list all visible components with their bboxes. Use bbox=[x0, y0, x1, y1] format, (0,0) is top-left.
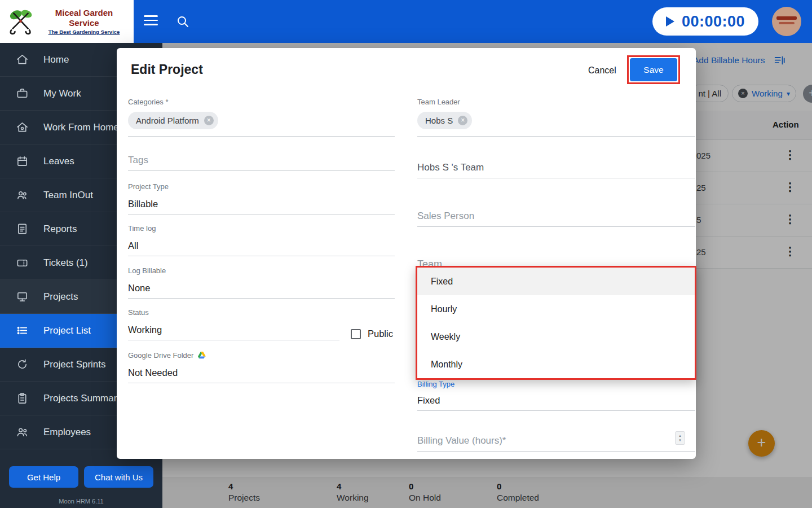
sidebar-item-label: My Work bbox=[43, 88, 81, 99]
public-checkbox[interactable] bbox=[351, 329, 361, 339]
sprint-icon bbox=[16, 358, 29, 371]
cancel-button[interactable]: Cancel bbox=[588, 65, 616, 76]
annotation-save-highlight: Save bbox=[627, 55, 680, 84]
timer-value: 00:00:00 bbox=[682, 13, 745, 30]
search-icon[interactable] bbox=[176, 15, 189, 28]
status-value: Working bbox=[128, 325, 162, 335]
brand[interactable]: Miceal Garden Service The Best Gardening… bbox=[0, 0, 134, 43]
list-icon bbox=[16, 324, 29, 337]
billing-type-value: Fixed bbox=[417, 395, 440, 406]
sidebar-item-label: Work From Home bbox=[43, 122, 119, 133]
project-type-value: Billable bbox=[128, 199, 158, 209]
sidebar-item-label: Team InOut bbox=[43, 190, 93, 201]
garden-logo-icon bbox=[6, 6, 36, 37]
google-drive-icon bbox=[198, 352, 206, 359]
time-log-field[interactable]: Time log All bbox=[128, 224, 395, 256]
employees-icon bbox=[16, 426, 29, 439]
brand-title: Miceal Garden Service bbox=[39, 8, 129, 28]
timer-widget[interactable]: 00:00:00 bbox=[652, 7, 758, 36]
billing-type-field[interactable]: Billing Type Fixed bbox=[417, 380, 695, 411]
sidebar-item-label: Home bbox=[43, 54, 69, 65]
brand-text: Miceal Garden Service The Best Gardening… bbox=[39, 8, 129, 35]
app-version: Moon HRM 6.11 bbox=[0, 498, 162, 505]
project-type-field[interactable]: Project Type Billable bbox=[128, 182, 395, 214]
time-log-value: All bbox=[128, 240, 138, 251]
ticket-icon bbox=[16, 256, 29, 269]
categories-label: Categories * bbox=[128, 98, 395, 106]
remove-team-leader-icon[interactable]: × bbox=[458, 116, 467, 125]
clipboard-icon bbox=[16, 392, 29, 405]
modal-title: Edit Project bbox=[131, 62, 203, 77]
team-leader-field[interactable]: Team Leader Hobs S × bbox=[417, 98, 695, 137]
billing-type-dropdown annotation-dropdown-highlight: Fixed Hourly Weekly Monthly bbox=[416, 266, 696, 380]
time-log-label: Time log bbox=[128, 224, 395, 233]
sidebar-item-label: Project Sprints bbox=[43, 359, 106, 370]
report-icon bbox=[16, 222, 29, 235]
play-icon[interactable] bbox=[666, 16, 674, 27]
team-leader-chip-label: Hobs S bbox=[425, 116, 453, 125]
stepper-down-icon[interactable]: ▼ bbox=[678, 439, 682, 442]
avatar[interactable] bbox=[772, 7, 801, 36]
menu-icon[interactable] bbox=[144, 15, 158, 28]
sales-person-placeholder: Sales Person bbox=[417, 211, 474, 222]
log-billable-value: None bbox=[128, 283, 150, 294]
team-leader-chip: Hobs S × bbox=[417, 112, 472, 129]
sidebar-item-label: Projects Summary bbox=[43, 393, 122, 404]
projects-icon bbox=[16, 290, 29, 303]
team-leader-label: Team Leader bbox=[417, 98, 695, 106]
billing-value-placeholder: Billing Value (hours)* bbox=[417, 435, 506, 446]
team-name-field[interactable]: Hobs S 's Team bbox=[417, 145, 695, 178]
edit-project-modal: Edit Project Cancel Save Categories * An… bbox=[117, 48, 696, 459]
gdrive-value: Not Needed bbox=[128, 367, 178, 378]
dropdown-option-monthly[interactable]: Monthly bbox=[417, 351, 695, 378]
save-button[interactable]: Save bbox=[630, 58, 677, 81]
status-field[interactable]: Status Working bbox=[128, 308, 339, 340]
category-chip: Android Platform × bbox=[128, 112, 218, 129]
top-bar: Miceal Garden Service The Best Gardening… bbox=[0, 0, 812, 43]
calendar-icon bbox=[16, 155, 29, 168]
briefcase-icon bbox=[16, 87, 29, 100]
dropdown-option-weekly[interactable]: Weekly bbox=[417, 323, 695, 351]
tags-placeholder: Tags bbox=[128, 155, 148, 166]
sidebar-item-label: Leaves bbox=[43, 156, 74, 167]
billing-value-field[interactable]: Billing Value (hours)* ▲ ▼ bbox=[417, 422, 695, 452]
sidebar-item-label: Project List bbox=[43, 325, 91, 336]
sidebar-item-label: Projects bbox=[43, 291, 78, 303]
status-label: Status bbox=[128, 308, 339, 317]
category-chip-label: Android Platform bbox=[136, 116, 199, 125]
team-name-value: Hobs S 's Team bbox=[417, 162, 484, 173]
log-billable-label: Log Billable bbox=[128, 266, 395, 275]
sidebar-item-label: Tickets (1) bbox=[43, 257, 88, 269]
dropdown-option-fixed[interactable]: Fixed bbox=[417, 268, 695, 295]
stepper-up-icon[interactable]: ▲ bbox=[678, 434, 682, 437]
screen: Miceal Garden Service The Best Gardening… bbox=[0, 0, 812, 508]
sidebar-item-label: Employees bbox=[43, 427, 91, 438]
tags-field[interactable]: Tags bbox=[128, 145, 395, 171]
gdrive-label: Google Drive Folder bbox=[128, 351, 193, 360]
billing-value-stepper[interactable]: ▲ ▼ bbox=[675, 431, 685, 445]
log-billable-field[interactable]: Log Billable None bbox=[128, 266, 395, 299]
categories-field[interactable]: Categories * Android Platform × bbox=[128, 98, 395, 137]
project-type-label: Project Type bbox=[128, 182, 395, 191]
remove-category-icon[interactable]: × bbox=[204, 116, 214, 125]
home-office-icon bbox=[16, 121, 29, 134]
gdrive-field[interactable]: Google Drive Folder Not Needed bbox=[128, 351, 395, 383]
team-icon bbox=[16, 189, 29, 202]
chat-with-us-button[interactable]: Chat with Us bbox=[84, 466, 153, 488]
sidebar-item-label: Reports bbox=[43, 224, 77, 235]
public-label: Public bbox=[368, 329, 393, 339]
billing-type-label: Billing Type bbox=[417, 380, 695, 388]
sidebar-footer-buttons: Get Help Chat with Us bbox=[0, 466, 162, 488]
dropdown-option-hourly[interactable]: Hourly bbox=[417, 295, 695, 323]
home-icon bbox=[16, 53, 29, 66]
sales-person-field[interactable]: Sales Person bbox=[417, 194, 695, 227]
get-help-button[interactable]: Get Help bbox=[9, 466, 78, 488]
brand-tagline: The Best Gardening Service bbox=[39, 29, 129, 35]
